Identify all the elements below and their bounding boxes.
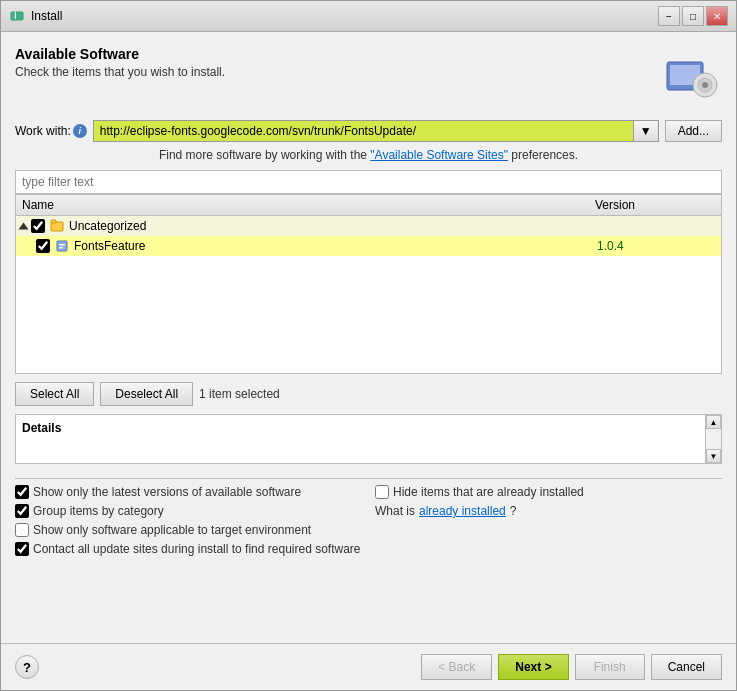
footer: ? < Back Next > Finish Cancel bbox=[1, 643, 736, 690]
details-label: Details bbox=[22, 421, 715, 435]
option3-checkbox[interactable] bbox=[15, 504, 29, 518]
already-installed-prefix: What is bbox=[375, 504, 415, 518]
close-button[interactable]: ✕ bbox=[706, 6, 728, 26]
next-button[interactable]: Next > bbox=[498, 654, 568, 680]
page-subtitle: Check the items that you wish to install… bbox=[15, 65, 225, 79]
selected-count: 1 item selected bbox=[199, 387, 280, 401]
footer-right: < Back Next > Finish Cancel bbox=[421, 654, 722, 680]
minimize-button[interactable]: − bbox=[658, 6, 680, 26]
option4-label: Show only software applicable to target … bbox=[33, 523, 311, 537]
item-icon bbox=[54, 238, 70, 254]
header-section: Available Software Check the items that … bbox=[15, 46, 722, 110]
cancel-button[interactable]: Cancel bbox=[651, 654, 722, 680]
list-action-buttons: Select All Deselect All 1 item selected bbox=[15, 374, 722, 414]
option1-checkbox[interactable] bbox=[15, 485, 29, 499]
options-section: Show only the latest versions of availab… bbox=[15, 485, 722, 561]
item-name: FontsFeature bbox=[74, 239, 597, 253]
table-row[interactable]: FontsFeature 1.0.4 bbox=[16, 236, 721, 256]
work-with-row: Work with: i ▼ Add... bbox=[15, 120, 722, 142]
window-title: Install bbox=[31, 9, 62, 23]
table-row[interactable]: Uncategorized bbox=[16, 216, 721, 236]
svg-rect-11 bbox=[59, 247, 63, 249]
find-more-text: Find more software by working with the "… bbox=[15, 148, 722, 162]
work-with-input[interactable] bbox=[93, 120, 634, 142]
option5-label: Contact all update sites during install … bbox=[33, 542, 361, 556]
item-checkbox[interactable] bbox=[36, 239, 50, 253]
scroll-up-button[interactable]: ▲ bbox=[706, 415, 721, 429]
column-version: Version bbox=[595, 198, 715, 212]
header-text: Available Software Check the items that … bbox=[15, 46, 225, 79]
title-bar-left: i Install bbox=[9, 8, 62, 24]
work-with-arrow[interactable]: ▼ bbox=[634, 120, 659, 142]
column-name: Name bbox=[22, 198, 595, 212]
work-with-label: Work with: i bbox=[15, 124, 87, 138]
svg-rect-0 bbox=[11, 12, 23, 20]
item-version: 1.0.4 bbox=[597, 239, 717, 253]
finish-button[interactable]: Finish bbox=[575, 654, 645, 680]
option5-checkbox[interactable] bbox=[15, 542, 29, 556]
category-icon bbox=[49, 218, 65, 234]
svg-rect-8 bbox=[51, 220, 56, 223]
page-title: Available Software bbox=[15, 46, 225, 62]
maximize-button[interactable]: □ bbox=[682, 6, 704, 26]
category-checkbox[interactable] bbox=[31, 219, 45, 233]
already-installed-link[interactable]: already installed bbox=[419, 504, 506, 518]
filter-input[interactable] bbox=[15, 170, 722, 194]
list-header: Name Version bbox=[16, 195, 721, 216]
details-section: Details ▲ ▼ bbox=[15, 414, 722, 464]
expand-icon bbox=[19, 223, 29, 230]
svg-rect-9 bbox=[57, 241, 67, 251]
work-with-dropdown[interactable]: ▼ bbox=[93, 120, 659, 142]
option-row: What is already installed ? bbox=[375, 504, 722, 518]
main-content: Available Software Check the items that … bbox=[1, 32, 736, 643]
back-button[interactable]: < Back bbox=[421, 654, 492, 680]
option1-label: Show only the latest versions of availab… bbox=[33, 485, 301, 499]
svg-point-6 bbox=[702, 82, 708, 88]
install-window: i Install − □ ✕ Available Software Check… bbox=[0, 0, 737, 691]
option-row: Group items by category bbox=[15, 504, 355, 518]
option3-label: Group items by category bbox=[33, 504, 164, 518]
svg-rect-10 bbox=[59, 244, 65, 246]
window-icon: i bbox=[9, 8, 25, 24]
svg-text:i: i bbox=[14, 8, 17, 22]
footer-left: ? bbox=[15, 655, 39, 679]
option-row: Hide items that are already installed bbox=[375, 485, 722, 499]
select-all-button[interactable]: Select All bbox=[15, 382, 94, 406]
already-installed-suffix: ? bbox=[510, 504, 517, 518]
available-sites-link[interactable]: "Available Software Sites" bbox=[370, 148, 508, 162]
deselect-all-button[interactable]: Deselect All bbox=[100, 382, 193, 406]
info-icon: i bbox=[73, 124, 87, 138]
option2-checkbox[interactable] bbox=[375, 485, 389, 499]
category-name: Uncategorized bbox=[69, 219, 717, 233]
help-button[interactable]: ? bbox=[15, 655, 39, 679]
option-row: Show only the latest versions of availab… bbox=[15, 485, 355, 499]
software-list: Name Version Uncategorized bbox=[15, 194, 722, 374]
scroll-down-button[interactable]: ▼ bbox=[706, 449, 721, 463]
option2-label: Hide items that are already installed bbox=[393, 485, 584, 499]
title-bar: i Install − □ ✕ bbox=[1, 1, 736, 32]
divider bbox=[15, 478, 722, 479]
title-controls: − □ ✕ bbox=[658, 6, 728, 26]
header-icon bbox=[658, 46, 722, 110]
details-scrollbar[interactable]: ▲ ▼ bbox=[705, 415, 721, 463]
option4-checkbox[interactable] bbox=[15, 523, 29, 537]
add-button[interactable]: Add... bbox=[665, 120, 722, 142]
